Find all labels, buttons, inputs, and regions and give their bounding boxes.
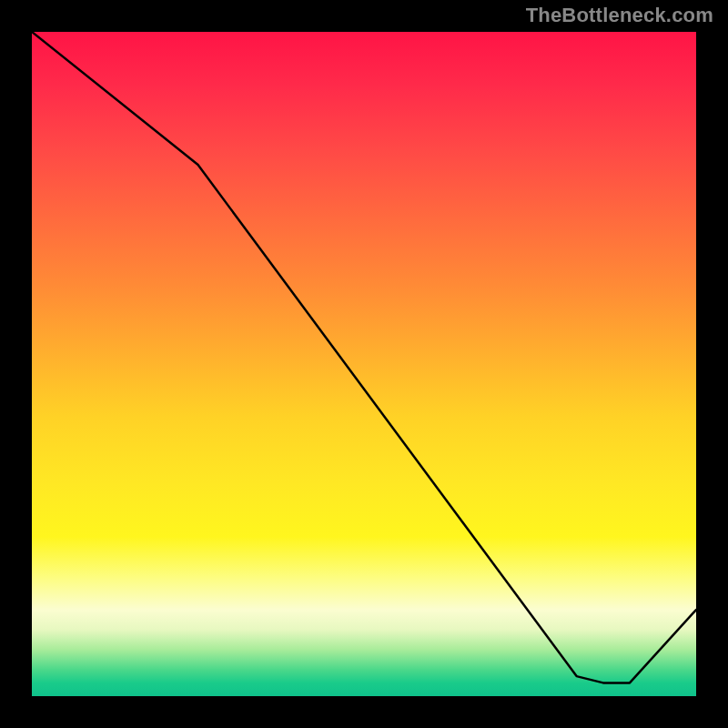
chart-frame: TheBottleneck.com [0,0,728,728]
bottleneck-curve-path [32,32,696,682]
line-chart-svg [32,32,696,696]
plot-area [32,32,696,696]
watermark-text: TheBottleneck.com [526,4,713,27]
